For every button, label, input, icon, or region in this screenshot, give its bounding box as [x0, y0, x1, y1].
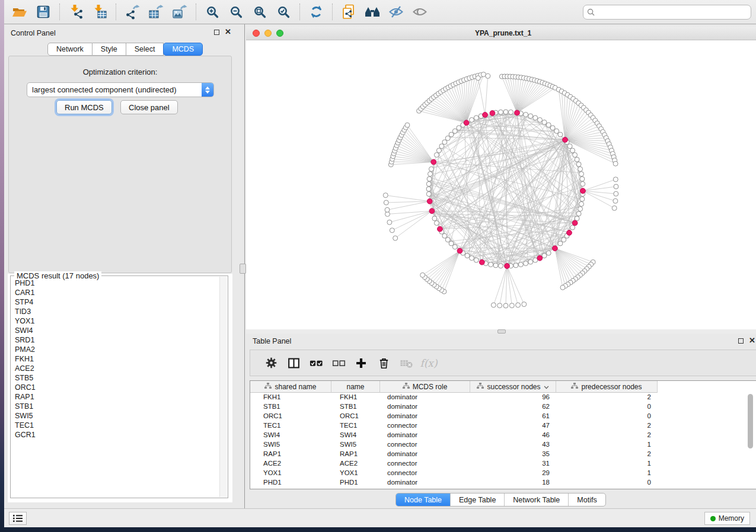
table-row[interactable]: SWI4SWI4dominator462 — [250, 431, 756, 440]
table-cell[interactable]: ACE2 — [331, 459, 380, 469]
table-cell[interactable]: STB1 — [250, 402, 331, 412]
tab-style[interactable]: Style — [92, 43, 126, 56]
network-node[interactable] — [491, 303, 496, 307]
memory-button[interactable]: Memory — [704, 512, 750, 525]
open-file-icon[interactable] — [8, 2, 31, 22]
settings-gear-icon[interactable] — [260, 353, 282, 373]
table-cell[interactable]: 0 — [556, 402, 658, 412]
zoom-out-icon[interactable] — [224, 2, 248, 22]
select-all-icon[interactable] — [305, 353, 327, 373]
table-cell[interactable]: 47 — [470, 421, 556, 431]
sort-chevron-icon[interactable] — [544, 383, 549, 391]
table-row[interactable]: TEC1TEC1connector472 — [250, 421, 756, 431]
zoom-in-icon[interactable] — [200, 2, 224, 22]
network-node[interactable] — [580, 197, 585, 201]
table-cell[interactable]: 1 — [556, 459, 658, 469]
table-cell[interactable]: TEC1 — [250, 421, 331, 431]
table-row[interactable]: STB1STB1dominator620 — [250, 402, 756, 412]
table-cell[interactable]: 2 — [556, 431, 658, 440]
network-node[interactable] — [509, 110, 513, 114]
tab-network-table[interactable]: Network Table — [505, 493, 569, 506]
tab-network[interactable]: Network — [47, 43, 92, 56]
network-node[interactable] — [576, 211, 581, 216]
network-node[interactable] — [489, 262, 493, 267]
network-node[interactable] — [457, 126, 461, 130]
import-table-icon[interactable] — [88, 2, 111, 22]
import-network-icon[interactable] — [64, 2, 88, 22]
network-node[interactable] — [550, 126, 555, 130]
mcds-result-item[interactable]: PMA2 — [15, 345, 219, 354]
network-node[interactable] — [580, 177, 585, 181]
horizontal-splitter[interactable] — [246, 329, 756, 334]
mcds-result-item[interactable]: SWI5 — [15, 411, 219, 421]
mcds-dominator-node[interactable] — [505, 264, 510, 269]
mcds-dominator-node[interactable] — [563, 137, 568, 143]
network-node[interactable] — [387, 220, 392, 225]
column-header-predecessor-nodes[interactable]: predecessor nodes — [556, 381, 658, 393]
table-cell[interactable]: dominator — [380, 393, 470, 402]
mcds-result-item[interactable]: STB5 — [15, 373, 219, 383]
table-cell[interactable]: YOX1 — [331, 469, 380, 478]
search-box[interactable] — [583, 5, 751, 20]
table-cell[interactable]: connector — [380, 459, 470, 469]
mcds-dominator-node[interactable] — [464, 120, 469, 126]
column-header-name[interactable]: name — [331, 381, 380, 393]
mcds-dominator-node[interactable] — [438, 226, 443, 232]
mcds-result-item[interactable]: GCR1 — [15, 430, 219, 440]
mcds-dominator-node[interactable] — [429, 209, 435, 214]
table-row[interactable]: ORC1ORC1dominator610 — [250, 412, 756, 421]
mcds-dominator-node[interactable] — [427, 198, 432, 204]
network-node[interactable] — [524, 261, 528, 266]
table-cell[interactable]: FKH1 — [331, 393, 380, 402]
table-cell[interactable]: 31 — [470, 459, 556, 469]
network-node[interactable] — [579, 201, 584, 206]
table-row[interactable]: ACE2ACE2connector311 — [250, 459, 756, 469]
table-cell[interactable]: connector — [380, 421, 470, 431]
mcds-result-item[interactable]: ACE2 — [15, 364, 219, 373]
network-node[interactable] — [612, 206, 617, 210]
mcds-result-item[interactable]: PHD1 — [15, 278, 219, 288]
export-network-icon[interactable] — [120, 2, 144, 22]
table-cell[interactable]: dominator — [380, 431, 470, 440]
network-node[interactable] — [578, 166, 583, 171]
network-node[interactable] — [420, 273, 425, 277]
network-node[interactable] — [474, 258, 479, 262]
table-cell[interactable]: 62 — [470, 402, 556, 412]
table-cell[interactable]: connector — [380, 469, 470, 478]
tab-motifs[interactable]: Motifs — [569, 493, 605, 506]
search-input[interactable] — [597, 8, 747, 16]
table-cell[interactable]: RAP1 — [331, 450, 380, 459]
table-cell[interactable]: SWI4 — [331, 431, 380, 440]
zoom-fit-icon[interactable] — [248, 2, 272, 22]
network-node[interactable] — [578, 207, 583, 211]
optimization-criterion-select[interactable]: largest connected component (undirected) — [27, 82, 214, 97]
network-node[interactable] — [498, 264, 503, 268]
network-node[interactable] — [560, 285, 565, 290]
mcds-dominator-node[interactable] — [457, 248, 462, 254]
network-node[interactable] — [426, 187, 431, 191]
horizontal-splitter-handle[interactable] — [497, 329, 506, 334]
network-node[interactable] — [428, 172, 432, 177]
table-cell[interactable]: TEC1 — [331, 421, 380, 431]
network-node[interactable] — [570, 148, 575, 153]
network-node[interactable] — [558, 132, 563, 137]
mcds-result-item[interactable]: SWI4 — [15, 326, 219, 335]
network-node[interactable] — [474, 116, 479, 120]
vertical-splitter[interactable] — [236, 24, 246, 508]
network-node[interactable] — [476, 76, 480, 81]
add-column-icon[interactable] — [350, 353, 372, 373]
mcds-result-item[interactable]: FKH1 — [15, 354, 219, 364]
network-node[interactable] — [542, 120, 547, 124]
network-node[interactable] — [580, 181, 585, 186]
table-cell[interactable]: SWI5 — [250, 440, 331, 450]
table-cell[interactable]: SWI5 — [331, 440, 380, 450]
network-node[interactable] — [452, 129, 457, 133]
network-node[interactable] — [452, 245, 457, 249]
mcds-dominator-node[interactable] — [580, 188, 586, 194]
network-node[interactable] — [562, 238, 566, 242]
network-node[interactable] — [434, 220, 439, 225]
network-node[interactable] — [518, 262, 523, 267]
table-cell[interactable]: SWI4 — [250, 431, 331, 440]
table-cell[interactable]: dominator — [380, 412, 470, 421]
network-node[interactable] — [542, 254, 547, 258]
